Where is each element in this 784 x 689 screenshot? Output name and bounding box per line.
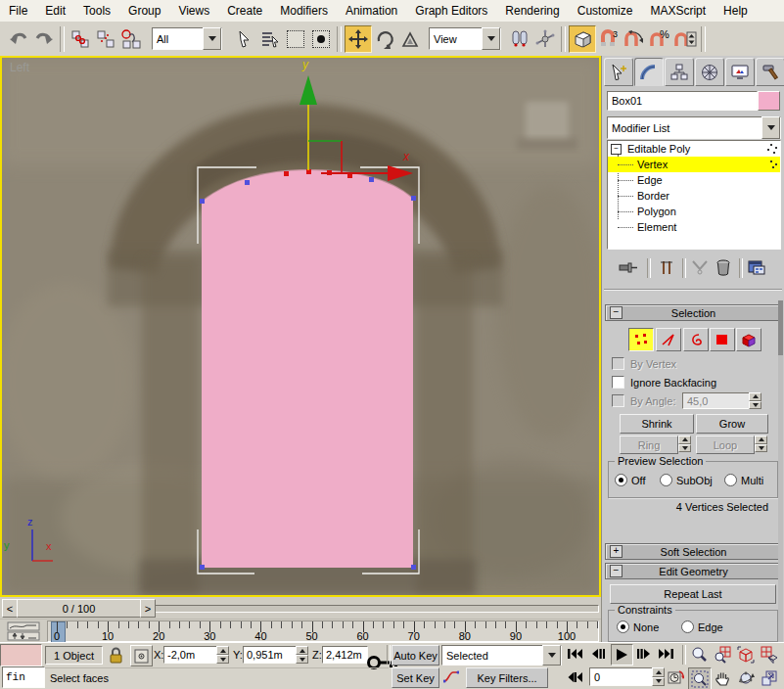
play-button[interactable] <box>611 644 633 666</box>
tab-utilities[interactable] <box>756 58 784 86</box>
select-and-rotate-button[interactable] <box>372 26 397 52</box>
stack-item-vertex[interactable]: Vertex <box>608 157 780 172</box>
configure-modifier-sets-button[interactable] <box>745 256 768 278</box>
menu-item[interactable]: Views <box>169 2 218 20</box>
show-end-result-button[interactable] <box>655 256 678 278</box>
x-coord-spinner[interactable] <box>216 646 229 664</box>
ignore-backfacing-checkbox[interactable] <box>612 376 624 389</box>
redo-button[interactable] <box>31 26 57 52</box>
pan-button[interactable] <box>712 667 733 689</box>
select-object-button[interactable] <box>232 26 257 52</box>
stack-item-polygon[interactable]: Polygon <box>608 204 780 219</box>
y-coord-field[interactable]: 0,951m <box>243 646 299 664</box>
absolute-mode-toggle[interactable] <box>130 645 153 666</box>
expand-icon[interactable]: + <box>610 545 623 558</box>
element-mode-button[interactable] <box>736 328 761 351</box>
loop-spinner[interactable] <box>755 436 767 452</box>
soft-selection-rollout-header[interactable]: + Soft Selection <box>605 543 780 560</box>
tab-modify[interactable] <box>634 58 664 86</box>
spinner-snap-button[interactable] <box>672 26 698 52</box>
object-name-field[interactable]: Box01 <box>607 91 758 111</box>
grow-button[interactable]: Grow <box>696 414 768 434</box>
remove-modifier-button[interactable] <box>712 256 735 278</box>
snap-3d-button[interactable]: 3 <box>596 26 622 52</box>
track-bar-ruler[interactable]: 0102030405060708090100 <box>47 620 599 642</box>
previous-frame-button[interactable] <box>589 645 608 663</box>
rectangular-selection-region-button[interactable] <box>283 26 308 52</box>
edit-geometry-rollout-header[interactable]: − Edit Geometry <box>605 563 780 579</box>
menu-item[interactable]: Help <box>715 2 757 20</box>
x-coord-field[interactable]: -2,0m <box>163 646 219 664</box>
bind-to-space-warp-button[interactable] <box>118 26 144 52</box>
current-frame-field[interactable]: 0 <box>589 667 656 686</box>
collapse-icon[interactable]: − <box>611 144 622 155</box>
edge-mode-button[interactable] <box>656 328 681 351</box>
maxscript-macro-recorder-pane[interactable] <box>0 644 42 666</box>
preview-off-option[interactable]: Off <box>615 474 645 486</box>
zoom-extents-all-button[interactable] <box>759 644 780 666</box>
select-by-name-button[interactable] <box>257 26 283 52</box>
set-key-button[interactable]: Set Key <box>392 667 439 688</box>
stack-item-border[interactable]: Border <box>608 188 780 204</box>
panel-scrollbar-track[interactable] <box>778 300 783 642</box>
menu-item[interactable]: Graph Editors <box>406 2 496 20</box>
previous-frame-arrow-button[interactable]: < <box>2 599 18 618</box>
collapse-icon[interactable]: − <box>610 565 623 577</box>
constraints-edge-radio[interactable] <box>681 620 694 633</box>
zoom-all-button[interactable] <box>712 644 733 666</box>
menu-item[interactable]: Customize <box>569 2 642 20</box>
frame-spinner[interactable] <box>652 667 665 686</box>
modifier-list-dropdown[interactable]: Modifier List <box>607 116 781 139</box>
auto-key-button[interactable]: Auto Key <box>392 645 439 666</box>
menu-item[interactable]: Group <box>119 2 169 20</box>
preview-off-radio[interactable] <box>615 474 627 486</box>
go-to-start-button[interactable] <box>566 645 584 663</box>
unlink-selection-button[interactable] <box>93 26 118 52</box>
stack-item-element[interactable]: Element <box>608 219 780 235</box>
preview-subobj-radio[interactable] <box>660 474 672 486</box>
menu-item[interactable]: Animation <box>337 2 406 20</box>
open-mini-curve-editor-button[interactable] <box>4 620 43 642</box>
tab-hierarchy[interactable] <box>665 58 694 86</box>
next-frame-arrow-button[interactable]: > <box>140 599 156 618</box>
menu-item[interactable]: Create <box>218 2 271 20</box>
menu-item[interactable]: MAXScript <box>641 2 715 20</box>
angle-snap-button[interactable] <box>622 26 647 52</box>
constraints-edge-option[interactable]: Edge <box>681 620 723 633</box>
editable-poly-object[interactable] <box>202 169 413 568</box>
select-and-scale-button[interactable] <box>397 26 423 52</box>
menu-item[interactable]: File <box>0 2 36 20</box>
z-coord-field[interactable]: 2,412m <box>322 646 368 664</box>
time-slider-button[interactable]: 0 / 100 <box>17 599 141 618</box>
by-angle-checkbox[interactable] <box>612 394 624 407</box>
menu-item[interactable]: Modifiers <box>271 2 337 20</box>
stack-item-editable-poly[interactable]: − Editable Poly <box>608 141 780 157</box>
dropdown-arrow-icon[interactable] <box>482 27 500 50</box>
repeat-last-button[interactable]: Repeat Last <box>610 584 776 604</box>
snaps-toggle-button[interactable] <box>569 25 596 53</box>
zoom-extents-button[interactable] <box>735 644 757 666</box>
panel-scrollbar-thumb[interactable] <box>778 300 783 355</box>
pin-stack-button[interactable] <box>616 256 639 278</box>
make-unique-button[interactable] <box>688 256 712 278</box>
shrink-button[interactable]: Shrink <box>620 414 694 434</box>
by-angle-spinner[interactable] <box>749 392 761 409</box>
viewport-left[interactable]: y x z y x Left <box>0 56 601 597</box>
zoom-button[interactable] <box>688 644 710 666</box>
constraints-none-option[interactable]: None <box>617 620 659 633</box>
constraints-none-radio[interactable] <box>617 620 629 633</box>
dropdown-arrow-icon[interactable] <box>761 116 780 139</box>
selection-lock-toggle[interactable] <box>105 645 126 665</box>
selection-rollout-header[interactable]: − Selection <box>605 304 780 321</box>
undo-button[interactable] <box>6 26 31 52</box>
polygon-mode-button[interactable] <box>710 328 735 351</box>
ring-button[interactable]: Ring <box>620 436 678 454</box>
menu-item[interactable]: Edit <box>36 2 74 20</box>
border-mode-button[interactable] <box>683 328 709 351</box>
preview-subobj-option[interactable]: SubObj <box>660 474 713 486</box>
time-configuration-button[interactable] <box>667 668 685 686</box>
menu-item[interactable]: Tools <box>74 2 119 20</box>
dropdown-arrow-icon[interactable] <box>542 645 561 666</box>
window-crossing-toggle-button[interactable] <box>308 26 334 52</box>
orbit-button[interactable] <box>735 667 757 689</box>
